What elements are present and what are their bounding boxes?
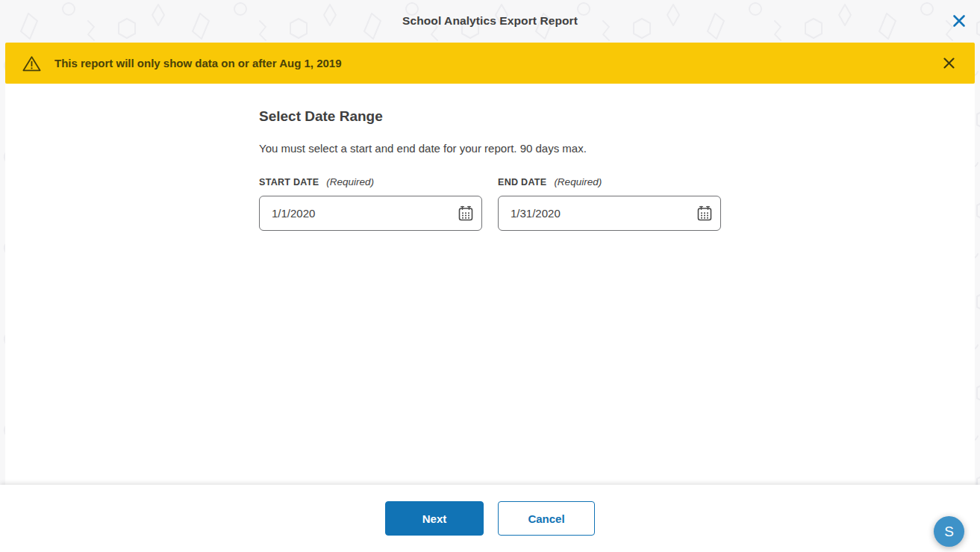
close-icon xyxy=(952,13,967,28)
calendar-icon xyxy=(457,205,475,223)
calendar-icon xyxy=(696,205,714,223)
warning-triangle-icon xyxy=(22,55,42,72)
modal-close-button[interactable] xyxy=(950,12,968,30)
end-date-label-row: END DATE (Required) xyxy=(498,176,721,187)
modal-footer: Next Cancel S xyxy=(0,485,980,552)
modal-content: Select Date Range You must select a star… xyxy=(5,84,975,485)
close-icon xyxy=(943,57,955,69)
banner-close-button[interactable] xyxy=(939,54,958,73)
cancel-button[interactable]: Cancel xyxy=(498,501,595,536)
start-date-input-wrap xyxy=(259,196,482,231)
support-avatar-button[interactable]: S xyxy=(934,516,964,547)
page-title: School Analytics Export Report xyxy=(402,14,578,28)
end-date-calendar-button[interactable] xyxy=(695,204,714,223)
start-date-input[interactable] xyxy=(259,196,482,231)
next-button[interactable]: Next xyxy=(385,501,484,536)
end-date-field-group: END DATE (Required) xyxy=(498,176,721,231)
warning-banner: This report will only show data on or af… xyxy=(5,43,975,84)
start-date-field-group: START DATE (Required) xyxy=(259,176,482,231)
end-date-input-wrap xyxy=(498,196,721,231)
end-date-required-note: (Required) xyxy=(554,176,602,187)
start-date-label-row: START DATE (Required) xyxy=(259,176,482,187)
start-date-required-note: (Required) xyxy=(326,176,374,187)
date-fields: START DATE (Required) xyxy=(259,176,975,231)
start-date-label: START DATE xyxy=(259,177,319,187)
section-heading: Select Date Range xyxy=(259,108,975,125)
end-date-input[interactable] xyxy=(498,196,721,231)
section-description: You must select a start and end date for… xyxy=(259,142,975,155)
start-date-calendar-button[interactable] xyxy=(456,204,475,223)
warning-message: This report will only show data on or af… xyxy=(54,57,939,69)
modal-header: School Analytics Export Report xyxy=(0,0,980,42)
end-date-label: END DATE xyxy=(498,177,546,187)
